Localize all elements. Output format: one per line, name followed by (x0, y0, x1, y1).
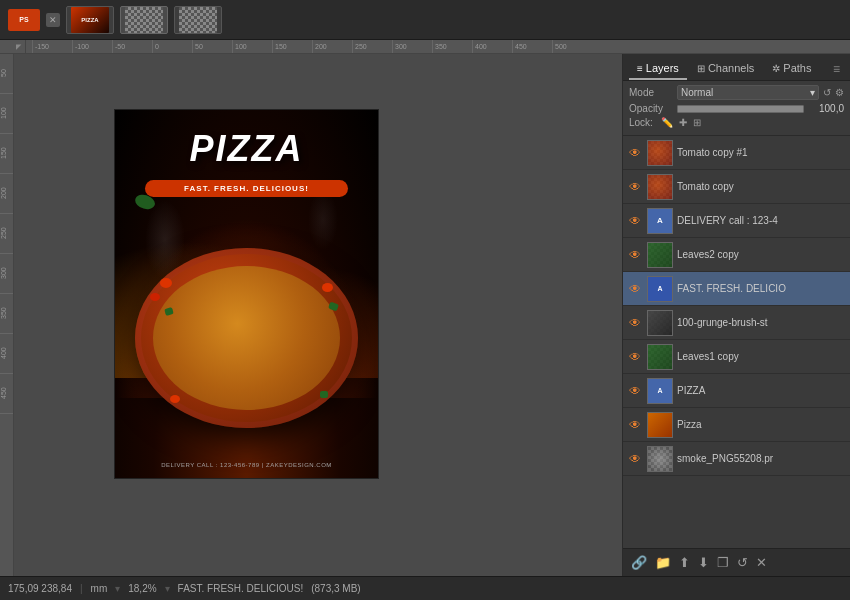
tab-3[interactable] (174, 6, 222, 34)
ruler-tick: 50 (192, 40, 232, 54)
tab-channels[interactable]: ⊞ Channels (689, 58, 762, 80)
move-up-icon[interactable]: ⬆ (677, 553, 692, 572)
ruler-tick: 200 (312, 40, 352, 54)
layer-thumbnail: A (647, 378, 673, 404)
layer-name: Leaves2 copy (677, 249, 846, 260)
paths-tab-icon: ✲ (772, 63, 780, 74)
ruler-tick: -50 (112, 40, 152, 54)
ruler-tick: 0 (152, 40, 192, 54)
ruler-tick: 350 (432, 40, 472, 54)
lock-all-icon[interactable]: ⊞ (693, 117, 701, 128)
channels-tab-icon: ⊞ (697, 63, 705, 74)
move-down-icon[interactable]: ⬇ (696, 553, 711, 572)
layer-item[interactable]: 👁 100-grunge-brush-st (623, 306, 850, 340)
layer-thumbnail (647, 344, 673, 370)
tab-1[interactable]: PIZZA (66, 6, 114, 34)
ruler-tick-v: 350 (0, 294, 14, 334)
lock-move-icon[interactable]: ✚ (679, 117, 687, 128)
ruler-tick-v: 400 (0, 334, 14, 374)
ruler-tick-v: 50 (0, 54, 14, 94)
layer-name: Leaves1 copy (677, 351, 846, 362)
units-select[interactable]: mm (91, 583, 108, 594)
layer-item[interactable]: 👁 A DELIVERY call : 123-4 (623, 204, 850, 238)
horizontal-ruler: ◤ -150 -100 -50 0 50 100 150 200 250 300… (0, 40, 850, 54)
layer-visibility-icon[interactable]: 👁 (627, 214, 643, 228)
zoom-level: 18,2% (128, 583, 156, 594)
trash-icon[interactable]: ✕ (754, 553, 769, 572)
layer-thumbnail: A (647, 208, 673, 234)
layers-controls: Mode Normal ▾ ↺ ⚙ Opacity 100,0 Lock: (623, 81, 850, 136)
ruler-tick: 150 (272, 40, 312, 54)
tab-layers[interactable]: ≡ Layers (629, 58, 687, 80)
layer-item[interactable]: 👁 Leaves2 copy (623, 238, 850, 272)
mode-select[interactable]: Normal ▾ (677, 85, 819, 100)
merge-icon[interactable]: ↺ (735, 553, 750, 572)
ruler-tick-v: 150 (0, 134, 14, 174)
channels-tab-label: Channels (708, 62, 754, 74)
layer-thumbnail: A (647, 276, 673, 302)
opacity-slider[interactable] (677, 105, 804, 113)
layer-item[interactable]: 👁 Tomato copy (623, 170, 850, 204)
mode-value: Normal (681, 87, 713, 98)
layer-thumbnail (647, 310, 673, 336)
link-layers-icon[interactable]: 🔗 (629, 553, 649, 572)
ruler-tick: 100 (232, 40, 272, 54)
opacity-row: Opacity 100,0 (629, 103, 844, 114)
pizza-title-text: PIZZA (115, 128, 378, 170)
layer-visibility-icon[interactable]: 👁 (627, 384, 643, 398)
ruler-tick: 300 (392, 40, 432, 54)
layer-thumbnail (647, 412, 673, 438)
mode-chevron-icon: ▾ (810, 87, 815, 98)
opacity-value: 100,0 (808, 103, 844, 114)
layer-item[interactable]: 👁 Leaves1 copy (623, 340, 850, 374)
top-bar: PS ✕ PIZZA (0, 0, 850, 40)
ruler-tick-v: 300 (0, 254, 14, 294)
layer-visibility-icon[interactable]: 👁 (627, 350, 643, 364)
layer-visibility-icon[interactable]: 👁 (627, 452, 643, 466)
history-icon[interactable]: ↺ (823, 87, 831, 98)
layers-tab-icon: ≡ (637, 63, 643, 74)
layer-visibility-icon[interactable]: 👁 (627, 282, 643, 296)
lock-pixels-icon[interactable]: ✏️ (661, 117, 673, 128)
tab-2[interactable] (120, 6, 168, 34)
panel-collapse-button[interactable]: ≡ (829, 58, 844, 80)
layer-thumbnail (647, 242, 673, 268)
layer-thumbnail (647, 446, 673, 472)
layer-name: 100-grunge-brush-st (677, 317, 846, 328)
status-bar: 175,09 238,84 | mm ▾ 18,2% ▾ FAST. FRESH… (0, 576, 850, 600)
settings-icon[interactable]: ⚙ (835, 87, 844, 98)
layer-visibility-icon[interactable]: 👁 (627, 248, 643, 262)
layer-visibility-icon[interactable]: 👁 (627, 418, 643, 432)
tab-paths[interactable]: ✲ Paths (764, 58, 819, 80)
layer-name: Pizza (677, 419, 846, 430)
main-area: 50 100 150 200 250 300 350 400 450 (0, 54, 850, 576)
layers-panel-bottom: 🔗 📁 ⬆ ⬇ ❐ ↺ ✕ (623, 548, 850, 576)
layer-item[interactable]: 👁 Pizza (623, 408, 850, 442)
ruler-tick-container: -150 -100 -50 0 50 100 150 200 250 300 3… (32, 40, 850, 54)
duplicate-icon[interactable]: ❐ (715, 553, 731, 572)
pizza-subtitle-text: FAST. FRESH. DELICIOUS! (145, 180, 348, 197)
layer-visibility-icon[interactable]: 👁 (627, 180, 643, 194)
opacity-label: Opacity (629, 103, 673, 114)
layer-name: smoke_PNG55208.pr (677, 453, 846, 464)
vertical-ruler: 50 100 150 200 250 300 350 400 450 (0, 54, 14, 576)
layer-item[interactable]: 👁 A FAST. FRESH. DELICIO (623, 272, 850, 306)
layer-item[interactable]: 👁 smoke_PNG55208.pr (623, 442, 850, 476)
poster-canvas[interactable]: PIZZA FAST. FRESH. DELICIOUS! DELIVERY C… (114, 109, 379, 479)
mode-icons: ↺ ⚙ (823, 87, 844, 98)
layer-item[interactable]: 👁 A PIZZA (623, 374, 850, 408)
mode-label: Mode (629, 87, 673, 98)
app-logo: PS (8, 9, 40, 31)
layer-item[interactable]: 👁 Tomato copy #1 (623, 136, 850, 170)
layer-visibility-icon[interactable]: 👁 (627, 316, 643, 330)
layer-visibility-icon[interactable]: 👁 (627, 146, 643, 160)
panel-tabs: ≡ Layers ⊞ Channels ✲ Paths ≡ (623, 54, 850, 81)
poster-footer-text: DELIVERY CALL : 123-456-789 | ZAKEYDESIG… (115, 462, 378, 468)
close-button[interactable]: ✕ (46, 13, 60, 27)
layer-name: FAST. FRESH. DELICIO (677, 283, 846, 294)
ruler-tick: 400 (472, 40, 512, 54)
layer-name: Tomato copy (677, 181, 846, 192)
new-group-icon[interactable]: 📁 (653, 553, 673, 572)
canvas-area[interactable]: PIZZA FAST. FRESH. DELICIOUS! DELIVERY C… (14, 54, 622, 576)
paths-tab-label: Paths (783, 62, 811, 74)
